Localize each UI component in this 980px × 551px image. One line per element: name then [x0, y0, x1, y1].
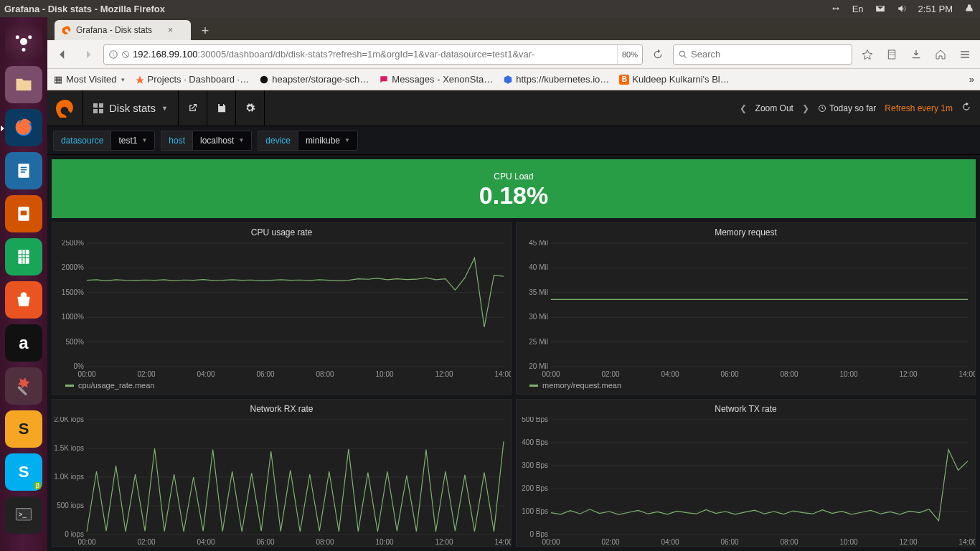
menu-button[interactable]	[954, 44, 976, 65]
template-variables: datasource test1▼ host localhost▼ device…	[47, 126, 980, 155]
var-host: host localhost▼	[161, 131, 252, 151]
svg-text:14:00: 14:00	[494, 538, 511, 546]
back-button[interactable]	[52, 44, 73, 65]
bookmarks-overflow[interactable]: »	[969, 74, 974, 85]
calc-icon[interactable]	[5, 238, 42, 276]
time-back-button[interactable]: ❮	[740, 103, 747, 113]
browser-tab[interactable]: Grafana - Disk stats ×	[55, 20, 191, 40]
settings-button[interactable]	[236, 90, 265, 126]
svg-point-0	[20, 38, 27, 45]
zoom-level[interactable]: 80%	[617, 45, 638, 64]
bookmark-messages[interactable]: Messages - XenonSta…	[379, 74, 493, 85]
dashboard-picker[interactable]: Disk stats ▼	[83, 90, 179, 126]
time-range-picker[interactable]: Today so far	[818, 103, 876, 113]
home-button[interactable]	[930, 44, 951, 65]
svg-text:0 iops: 0 iops	[65, 530, 84, 538]
svg-text:400 Bps: 400 Bps	[522, 438, 548, 446]
svg-text:2000%: 2000%	[62, 263, 84, 271]
files-icon[interactable]	[5, 66, 42, 103]
writer-icon[interactable]	[5, 152, 42, 189]
save-button[interactable]	[207, 90, 236, 126]
bookmark-projects[interactable]: Projects · Dashboard ·…	[135, 74, 250, 85]
svg-text:10:00: 10:00	[839, 538, 857, 546]
svg-text:500 Bps: 500 Bps	[522, 417, 548, 423]
svg-point-1	[28, 35, 32, 39]
url-bar[interactable]: i 192.168.99.100:30005/dashboard/db/disk…	[103, 44, 643, 65]
svg-text:02:00: 02:00	[137, 370, 155, 378]
svg-text:04:00: 04:00	[197, 538, 215, 546]
panel-memory-request[interactable]: Memory request 20 Mil25 Mil30 Mil35 Mil4…	[516, 222, 976, 395]
share-button[interactable]	[179, 90, 207, 126]
bookmark-kuldeep[interactable]: BKuldeep Kulkarni's Bl…	[619, 74, 729, 85]
svg-text:14:00: 14:00	[958, 370, 975, 378]
svg-text:100 Bps: 100 Bps	[522, 507, 548, 515]
svg-text:500 iops: 500 iops	[57, 501, 84, 509]
time-forward-button[interactable]: ❯	[802, 103, 809, 113]
svg-rect-8	[21, 171, 26, 173]
refresh-interval[interactable]: Refresh every 1m	[885, 103, 953, 113]
panel-cpu-usage[interactable]: CPU usage rate 0%500%1000%1500%2000%2500…	[52, 222, 512, 395]
clock[interactable]: 2:51 PM	[913, 4, 958, 14]
new-tab-button[interactable]: +	[195, 22, 215, 40]
refresh-button[interactable]	[961, 102, 971, 114]
svg-text:12:00: 12:00	[899, 538, 917, 546]
svg-point-3	[22, 48, 26, 52]
tab-title: Grafana - Disk stats	[76, 25, 152, 35]
firefox-icon[interactable]	[5, 109, 42, 146]
sound-indicator[interactable]	[891, 4, 913, 14]
panel-net-tx[interactable]: Network TX rate 0 Bps100 Bps200 Bps300 B…	[516, 399, 976, 547]
var-host-value[interactable]: localhost▼	[192, 131, 252, 151]
settings-icon[interactable]	[5, 367, 42, 405]
grafana-navbar: Disk stats ▼ ❮ Zoom Out ❯ Today so far R…	[47, 90, 980, 126]
bookmark-star-button[interactable]	[857, 44, 878, 65]
var-device-value[interactable]: minikube▼	[298, 131, 358, 151]
svg-text:20 Mil: 20 Mil	[529, 362, 548, 370]
svg-text:08:00: 08:00	[316, 370, 334, 378]
grafana-logo[interactable]	[47, 90, 83, 126]
svg-text:1000%: 1000%	[62, 313, 84, 321]
svg-text:i: i	[113, 52, 114, 57]
var-datasource: datasource test1▼	[53, 131, 155, 151]
var-datasource-value[interactable]: test1▼	[110, 131, 155, 151]
panel-cpu-load[interactable]: CPU Load 0.18%	[52, 159, 976, 218]
svg-text:35 Mil: 35 Mil	[529, 288, 548, 296]
svg-text:200 Bps: 200 Bps	[522, 484, 548, 492]
skype-icon[interactable]: Sβ	[5, 453, 42, 491]
zoom-out-button[interactable]: Zoom Out	[755, 103, 793, 113]
keyboard-indicator[interactable]: En	[847, 4, 870, 14]
dash-icon[interactable]	[5, 23, 42, 60]
tab-close-icon[interactable]: ×	[168, 25, 173, 35]
session-indicator[interactable]	[958, 4, 980, 14]
sublime-icon[interactable]: S	[5, 410, 42, 448]
svg-text:02:00: 02:00	[601, 538, 619, 546]
unity-launcher: a S Sβ >_	[0, 17, 47, 551]
svg-text:02:00: 02:00	[137, 538, 155, 546]
svg-text:1.0K iops: 1.0K iops	[54, 473, 84, 481]
forward-button[interactable]	[77, 44, 99, 65]
library-button[interactable]	[881, 44, 903, 65]
nav-toolbar: i 192.168.99.100:30005/dashboard/db/disk…	[47, 40, 980, 69]
svg-text:06:00: 06:00	[720, 370, 738, 378]
dashboard-body: CPU Load 0.18% CPU usage rate 0%500%1000…	[47, 155, 980, 551]
network-indicator[interactable]	[825, 4, 847, 14]
terminal-icon[interactable]: >_	[5, 496, 42, 534]
amazon-icon[interactable]: a	[5, 324, 42, 362]
search-bar[interactable]: Search	[673, 44, 852, 65]
svg-point-19	[679, 51, 684, 56]
svg-text:00:00: 00:00	[542, 370, 560, 378]
reload-button[interactable]	[647, 44, 669, 65]
bookmark-heapster[interactable]: heapster/storage-sch…	[259, 74, 369, 85]
grafana-app: Disk stats ▼ ❮ Zoom Out ❯ Today so far R…	[47, 90, 980, 551]
mail-indicator[interactable]	[870, 4, 891, 14]
impress-icon[interactable]	[5, 195, 42, 232]
downloads-button[interactable]	[905, 44, 927, 65]
svg-text:08:00: 08:00	[780, 538, 798, 546]
software-icon[interactable]	[5, 281, 42, 319]
svg-point-2	[16, 35, 19, 39]
svg-text:12:00: 12:00	[899, 370, 917, 378]
panel-net-rx[interactable]: Network RX rate 0 iops500 iops1.0K iops1…	[52, 399, 512, 547]
identity-icon[interactable]: i	[108, 50, 130, 60]
bookmark-most-visited[interactable]: ▦Most Visited▾	[53, 74, 125, 85]
bookmark-kubernetes[interactable]: https://kubernetes.io…	[503, 74, 609, 85]
svg-text:06:00: 06:00	[256, 538, 274, 546]
